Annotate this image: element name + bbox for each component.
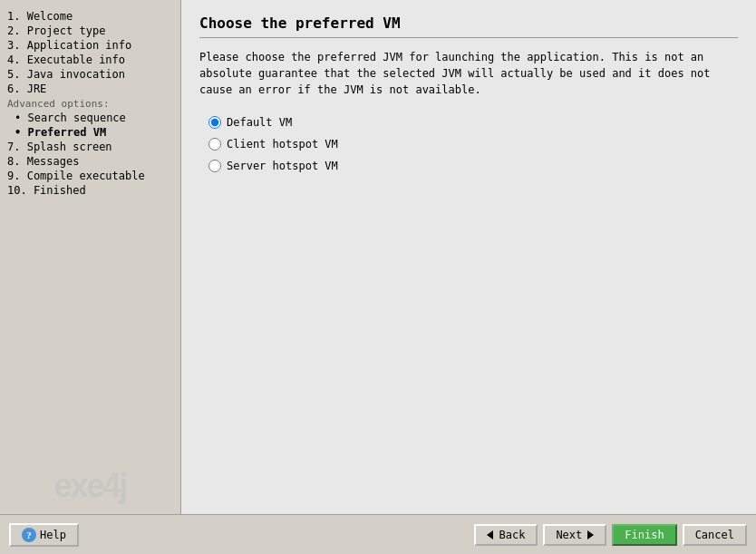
radio-default-vm-input[interactable]: [208, 116, 221, 129]
sidebar-item-search-sequence[interactable]: • Search sequence: [7, 111, 173, 125]
main-container: 1. Welcome 2. Project type 3. Applicatio…: [0, 0, 756, 514]
finish-button[interactable]: Finish: [612, 524, 676, 546]
sidebar-item-compile-executable[interactable]: 9. Compile executable: [7, 169, 173, 183]
sidebar-item-welcome[interactable]: 1. Welcome: [7, 9, 173, 24]
vm-radio-group: Default VM Client hotspot VM Server hots…: [208, 116, 738, 172]
content-description: Please choose the preferred JVM for laun…: [199, 49, 725, 98]
advanced-options-label: Advanced options:: [7, 98, 173, 110]
sidebar-item-messages[interactable]: 8. Messages: [7, 154, 173, 169]
cancel-button[interactable]: Cancel: [683, 524, 747, 546]
sidebar-item-executable-info[interactable]: 4. Executable info: [7, 53, 173, 67]
sidebar-item-application-info[interactable]: 3. Application info: [7, 38, 173, 53]
back-arrow-icon: [487, 530, 493, 539]
next-arrow-icon: [587, 530, 594, 539]
sidebar: 1. Welcome 2. Project type 3. Applicatio…: [0, 0, 181, 514]
radio-client-hotspot-vm-input[interactable]: [208, 138, 221, 151]
sidebar-item-splash-screen[interactable]: 7. Splash screen: [7, 140, 173, 154]
radio-server-hotspot-vm[interactable]: Server hotspot VM: [208, 160, 738, 172]
footer: ? Help Back Next Finish Cancel: [0, 514, 756, 554]
sidebar-item-preferred-vm[interactable]: • Preferred VM: [7, 125, 173, 140]
sidebar-logo: exe4j: [0, 467, 180, 505]
page-title: Choose the preferred VM: [199, 15, 738, 38]
content-area: Choose the preferred VM Please choose th…: [181, 0, 756, 514]
help-icon: ?: [22, 528, 36, 542]
sidebar-item-jre[interactable]: 6. JRE: [7, 82, 173, 96]
sidebar-item-project-type[interactable]: 2. Project type: [7, 24, 173, 38]
help-button[interactable]: ? Help: [9, 523, 79, 547]
radio-server-hotspot-vm-input[interactable]: [208, 160, 221, 172]
radio-client-hotspot-vm[interactable]: Client hotspot VM: [208, 138, 738, 151]
sidebar-item-java-invocation[interactable]: 5. Java invocation: [7, 67, 173, 82]
next-button[interactable]: Next: [543, 524, 606, 546]
sidebar-item-finished[interactable]: 10. Finished: [7, 183, 173, 198]
radio-default-vm[interactable]: Default VM: [208, 116, 738, 129]
back-button[interactable]: Back: [474, 524, 538, 546]
